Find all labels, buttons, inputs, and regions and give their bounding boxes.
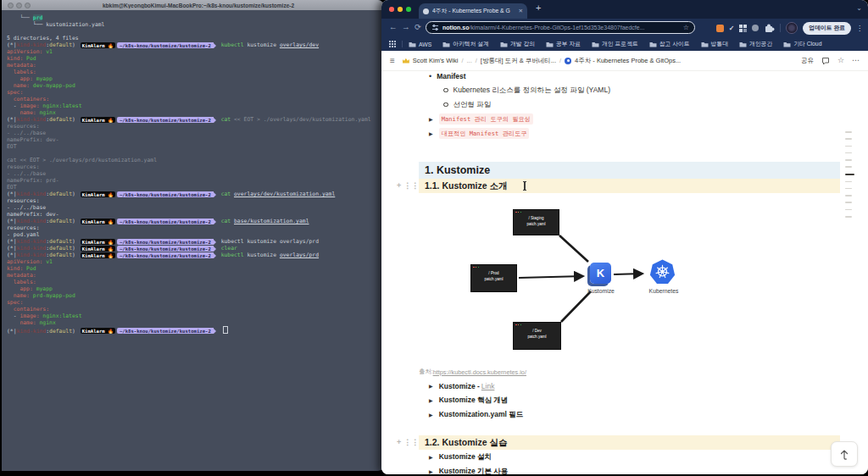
zoom-icon[interactable]	[25, 3, 31, 8]
forward-button[interactable]: →	[402, 23, 410, 31]
workspace-icon	[403, 58, 409, 64]
toc-dash[interactable]	[845, 181, 852, 183]
bookmark-folder-item[interactable]: 개인 프로젝트	[592, 40, 638, 48]
toggle-block[interactable]: ▶Kustomize 설치	[419, 450, 840, 464]
close-icon[interactable]	[389, 7, 394, 12]
table-of-contents-indicator[interactable]	[845, 131, 854, 223]
text-cursor	[524, 182, 525, 190]
toggle-arrow-icon[interactable]: ▶	[429, 383, 433, 389]
extension-grid-icon[interactable]	[739, 25, 747, 32]
breadcrumb-workspace[interactable]: Scott Kim's Wiki	[413, 57, 459, 64]
extension-icon[interactable]	[716, 25, 724, 32]
toggle-arrow-icon[interactable]: ▶	[429, 468, 433, 474]
bookmark-folder-item[interactable]: AWS	[409, 42, 431, 47]
breadcrumb-ellipsis[interactable]: ...	[466, 57, 471, 64]
toc-dash[interactable]	[845, 202, 852, 203]
heading-2[interactable]: 1. Kustomize	[419, 162, 840, 179]
notion-topbar-actions: 공유 ☆ ⋯	[801, 57, 860, 65]
update-button[interactable]: 업데이트 완료	[803, 22, 851, 35]
bookmark-folder-item[interactable]: 개인공간	[739, 40, 772, 48]
scroll-to-top-button[interactable]	[831, 441, 858, 467]
terminal-titlebar[interactable]: kbkim@KyeongboKimui-MacBookPro:~/k8s-kno…	[2, 0, 383, 10]
bookmark-folder-item[interactable]: 공부 자료	[546, 40, 581, 48]
breadcrumb-parent[interactable]: [방통대] 도커 & 쿠버네티...	[481, 57, 556, 65]
inline-link[interactable]: Link	[481, 382, 495, 390]
comments-icon[interactable]	[821, 57, 830, 65]
toggle-block[interactable]: ▶Kustomize 핵심 개념	[419, 393, 840, 407]
share-button[interactable]: 공유	[801, 57, 814, 65]
profile-avatar[interactable]	[786, 22, 798, 34]
kustomize-diagram: / Stagingpatch.yaml/ Prodpatch.yaml/ Dev…	[419, 193, 840, 360]
toc-dash[interactable]	[845, 209, 852, 211]
toc-dash[interactable]	[845, 159, 852, 161]
toggle-arrow-icon[interactable]: ▶	[429, 116, 433, 122]
toggle-block[interactable]: ▶Kustomize 기본 사용	[419, 464, 840, 474]
url-path[interactable]: /kimalarm/4-Kubernetes-Probe-GitOps-1ef1…	[470, 25, 680, 30]
extension-check-icon[interactable]: ✓	[729, 25, 735, 32]
toggle-block[interactable]: ▶Kustomize - Link	[419, 379, 840, 393]
browser-menu-icon[interactable]: ⋮	[856, 25, 863, 32]
zoom-icon[interactable]	[406, 7, 411, 12]
toc-dash[interactable]	[845, 166, 852, 168]
toggle-arrow-icon[interactable]: ▶	[429, 130, 433, 136]
toggle-arrow-icon[interactable]: ▶	[429, 454, 433, 460]
toc-dash[interactable]	[845, 195, 852, 196]
heading-3[interactable]: +⋮⋮1.2. Kustomize 실습	[419, 435, 840, 450]
tab-search-chevron-icon[interactable]: ⌄	[856, 4, 862, 12]
bulleted-sub-item[interactable]: 선언형 파일	[419, 97, 840, 112]
toggle-arrow-icon[interactable]: ▶	[429, 412, 433, 418]
bulleted-sub-item[interactable]: Kubernetes 리소스를 정의하는 설정 파일 (YAML)	[419, 83, 840, 97]
heading-3[interactable]: +⋮⋮1.1. Kustomize 소개	[419, 179, 840, 193]
breadcrumb-page[interactable]: 4주차 - Kubernetes Probe & GitOps...	[575, 57, 681, 65]
notion-page: ≡ Scott Kim's Wiki / ... / [방통대] 도커 & 쿠버…	[381, 51, 868, 474]
favorite-star-icon[interactable]: ☆	[837, 57, 844, 64]
address-bar[interactable]: notion.so /kimalarm/4-Kubernetes-Probe-G…	[426, 21, 695, 34]
bookmark-folder-item[interactable]: 개발 강의	[500, 40, 535, 48]
block-controls[interactable]: +⋮⋮	[397, 181, 419, 190]
site-settings-icon[interactable]	[431, 24, 439, 31]
url-host[interactable]: notion.so	[442, 25, 470, 30]
tab-close-icon[interactable]: ✕	[519, 8, 523, 14]
extensions-puzzle-icon[interactable]	[764, 23, 775, 33]
toc-dash[interactable]	[845, 152, 852, 154]
bookmark-folder-item[interactable]: 기타 Cloud	[783, 40, 821, 48]
toc-dash[interactable]	[845, 138, 852, 140]
toggle-block[interactable]: ▶Kustomization.yaml 필드	[419, 407, 840, 422]
terminal-traffic-lights[interactable]	[8, 3, 31, 8]
extension-circle-icon[interactable]	[752, 25, 759, 31]
bookmark-folder-item[interactable]: 방통대	[701, 40, 728, 48]
sidebar-toggle-icon[interactable]: ≡	[390, 56, 395, 65]
add-block-icon: +	[397, 181, 401, 190]
source-link[interactable]: https://kubectl.docs.kubernetes.io/	[433, 368, 526, 376]
notion-content: •ManifestKubernetes 리소스를 정의하는 설정 파일 (YAM…	[419, 69, 840, 474]
close-icon[interactable]	[8, 3, 14, 8]
terminal-body[interactable]: └── prd └── kustomization.yaml 5 directo…	[2, 10, 383, 333]
toggle-block[interactable]: ▶대표적인 Manifest 관리도구	[419, 126, 840, 141]
toc-dash[interactable]	[845, 216, 852, 218]
toggle-arrow-icon[interactable]: ▶	[429, 397, 433, 403]
new-tab-button[interactable]: +	[536, 3, 541, 13]
bulleted-list-item[interactable]: •Manifest	[419, 69, 840, 83]
browser-tab[interactable]: 4주차 - Kubernetes Probe & G ✕	[419, 3, 527, 19]
toc-dash[interactable]	[845, 174, 854, 175]
bookmark-folder-item[interactable]: 참고 사이트	[649, 40, 690, 48]
folder-icon	[592, 42, 599, 47]
add-block-icon: +	[397, 438, 401, 446]
toggle-block[interactable]: ▶Manifest 관리 도구의 필요성	[419, 112, 840, 126]
page-menu-icon[interactable]: ⋯	[852, 57, 860, 64]
terminal-line: namePrefix: dev-	[7, 211, 381, 218]
back-button[interactable]: ←	[389, 23, 398, 31]
terminal-window: kbkim@KyeongboKimui-MacBookPro:~/k8s-kno…	[2, 0, 383, 471]
toc-dash[interactable]	[845, 188, 852, 190]
reload-button[interactable]: ⟳	[415, 23, 421, 31]
minimize-icon[interactable]	[398, 7, 403, 12]
bookmark-folder-item[interactable]: 아키텍처 설계	[442, 40, 489, 48]
bookmark-star-icon[interactable]: ☆	[683, 24, 689, 31]
terminal-line: spec:	[7, 89, 381, 96]
browser-traffic-lights[interactable]	[389, 7, 411, 12]
minimize-icon[interactable]	[16, 3, 22, 8]
toc-dash[interactable]	[845, 131, 852, 133]
apps-grid-icon[interactable]	[389, 41, 396, 47]
block-controls[interactable]: +⋮⋮	[397, 438, 419, 446]
toc-dash[interactable]	[845, 146, 852, 147]
